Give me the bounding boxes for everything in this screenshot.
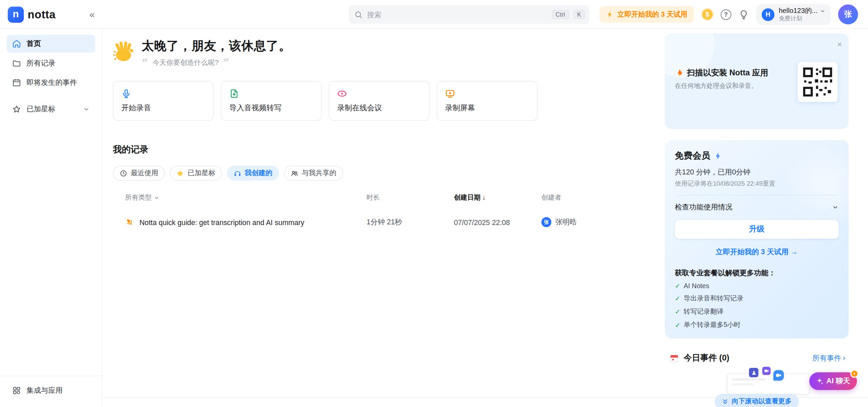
action-import-transcribe[interactable]: 导入音视频转写 <box>221 81 322 121</box>
chevron-down-icon <box>154 195 159 200</box>
sidebar: 首页 所有记录 即将发生的事件 已加星标 集成与应用 <box>0 29 102 407</box>
record-row[interactable]: Notta quick guide: get transcription and… <box>113 211 656 233</box>
lightning-icon <box>714 152 722 160</box>
account-plan: 免费计划 <box>779 15 825 22</box>
account-name: hello123的... <box>779 7 818 15</box>
double-chevron-down-icon <box>722 398 729 405</box>
home-icon <box>12 39 21 48</box>
ai-chat-button[interactable]: AI 聊天 <box>809 372 857 390</box>
qr-code <box>798 62 838 102</box>
credits-coin-icon[interactable]: $ <box>701 8 713 20</box>
calendar-icon <box>12 78 21 87</box>
sidebar-item-home[interactable]: 首页 <box>7 35 95 53</box>
search-icon <box>354 10 362 18</box>
account-meta: hello123的... 免费计划 <box>779 7 825 22</box>
sidebar-item-starred[interactable]: 已加星标 <box>7 100 95 118</box>
zoom-icon <box>773 370 784 381</box>
scroll-more-button[interactable]: 向下滚动以查看更多 <box>715 394 799 407</box>
import-file-icon <box>229 89 239 98</box>
records-icon <box>12 59 21 68</box>
search-bar[interactable]: Ctrl K <box>349 5 590 24</box>
account-avatar: H <box>761 8 774 21</box>
feature-item: ✓ 导出录音和转写记录 <box>675 294 838 303</box>
membership-title: 免费会员 <box>675 150 710 162</box>
lightning-icon <box>606 11 614 18</box>
record-date: 07/07/2025 22:08 <box>454 218 541 226</box>
feature-item: ✓ 单个转录最多5小时 <box>675 320 838 330</box>
record-duration: 1分钟 21秒 <box>366 217 454 227</box>
check-icon: ✓ <box>675 308 680 316</box>
greeting: 太晚了，朋友，该休息了。 “ 今天你要创造什么呢? ” <box>113 38 656 68</box>
topbar-right: 立即开始我的 3 天试用 $ ? H hello123的... 免费计划 张 <box>600 0 858 29</box>
action-record-online-meeting[interactable]: 录制在线会议 <box>329 81 429 121</box>
right-panel: × 扫描以安装 Notta 应用 在任何地方处理会议和录音。 <box>665 33 849 407</box>
today-events-title: 今日事件 (0) <box>684 353 730 364</box>
collapse-sidebar-icon[interactable]: « <box>90 10 95 19</box>
action-start-recording[interactable]: 开始录音 <box>113 81 214 121</box>
notta-app: n notta « Ctrl K 立即开始我的 3 天试用 $ ? H <box>0 0 868 407</box>
filter-shared-with-me[interactable]: 与我共享的 <box>284 166 343 181</box>
filter-recent[interactable]: 最近使用 <box>113 166 165 181</box>
column-type-dropdown[interactable]: 所有类型 <box>125 193 367 202</box>
trial-button-label: 立即开始我的 3 天试用 <box>617 10 687 19</box>
whats-new-icon[interactable] <box>738 9 749 20</box>
trial-link[interactable]: 立即开始我的 3 天试用 → <box>675 247 838 257</box>
upgrade-button[interactable]: 升级 <box>675 220 838 239</box>
sort-desc-icon: ↓ <box>482 193 486 201</box>
record-title: Notta quick guide: get transcription and… <box>139 218 304 226</box>
headphones-icon <box>234 169 242 177</box>
chevron-down-icon <box>83 106 90 113</box>
online-meeting-icon <box>337 89 347 98</box>
teams-icon <box>749 368 758 377</box>
search-input[interactable] <box>367 10 547 18</box>
chevron-right-icon: › <box>843 354 845 362</box>
greeting-title: 太晚了，朋友，该休息了。 <box>142 38 291 54</box>
sidebar-item-all-records[interactable]: 所有记录 <box>7 54 95 72</box>
topbar-left: n notta « <box>0 0 102 29</box>
check-usage-toggle[interactable]: 检查功能使用情况 <box>675 195 838 212</box>
install-app-card: × 扫描以安装 Notta 应用 在任何地方处理会议和录音。 <box>665 33 849 129</box>
mic-icon <box>121 89 131 98</box>
sparkle-icon <box>816 377 824 385</box>
records-title: 我的记录 <box>113 144 656 155</box>
features-title: 获取专业套餐以解锁更多功能： <box>675 268 838 278</box>
apps-grid-icon <box>12 386 21 395</box>
arrow-right-icon: → <box>791 248 798 256</box>
sidebar-item-integrations[interactable]: 集成与应用 <box>7 382 95 399</box>
notta-logo-icon: n <box>8 6 24 22</box>
column-creator: 创建者 <box>541 193 656 202</box>
check-icon: ✓ <box>675 282 680 290</box>
feature-item: ✓ 转写记录翻译 <box>675 307 838 316</box>
browser-mockup <box>727 373 810 394</box>
account-menu[interactable]: H hello123的... 免费计划 <box>756 4 831 25</box>
sidebar-item-upcoming-events[interactable]: 即将发生的事件 <box>7 74 95 91</box>
notta-logo[interactable]: n notta <box>8 6 56 22</box>
chevron-down-icon <box>832 204 839 211</box>
quick-actions: 开始录音 导入音视频转写 录制在线会议 录制屏幕 <box>113 81 656 121</box>
filter-starred[interactable]: 已加星标 <box>170 166 222 181</box>
recording-mic-icon <box>125 218 134 226</box>
check-icon: ✓ <box>675 321 680 329</box>
column-date-sort[interactable]: 创建日期 ↓ <box>454 193 541 202</box>
usage-summary: 共120 分钟，已用0分钟 <box>675 167 838 177</box>
shared-users-icon <box>291 169 298 177</box>
all-events-link[interactable]: 所有事件 › <box>812 353 845 363</box>
star-icon <box>177 169 185 177</box>
meet-app-icon <box>762 367 770 375</box>
start-trial-button[interactable]: 立即开始我的 3 天试用 <box>600 6 694 23</box>
action-record-screen[interactable]: 录制屏幕 <box>437 81 538 121</box>
content-bottom-divider <box>102 397 868 398</box>
kbd-ctrl: Ctrl <box>552 10 569 19</box>
kbd-k: K <box>573 10 585 19</box>
profile-avatar[interactable]: 张 <box>838 4 858 24</box>
chevron-down-icon <box>820 8 825 14</box>
help-icon[interactable]: ? <box>721 9 731 20</box>
star-icon <box>12 105 21 113</box>
install-app-subtitle: 在任何地方处理会议和录音。 <box>675 82 785 90</box>
close-icon[interactable]: × <box>837 40 842 48</box>
filter-created-by-me[interactable]: 我创建的 <box>227 166 279 181</box>
clap-hands-icon <box>113 41 135 63</box>
record-creator: 张 张明晧 <box>541 217 656 227</box>
sidebar-bottom: 集成与应用 <box>0 375 102 407</box>
ai-chat-badge <box>850 370 858 378</box>
